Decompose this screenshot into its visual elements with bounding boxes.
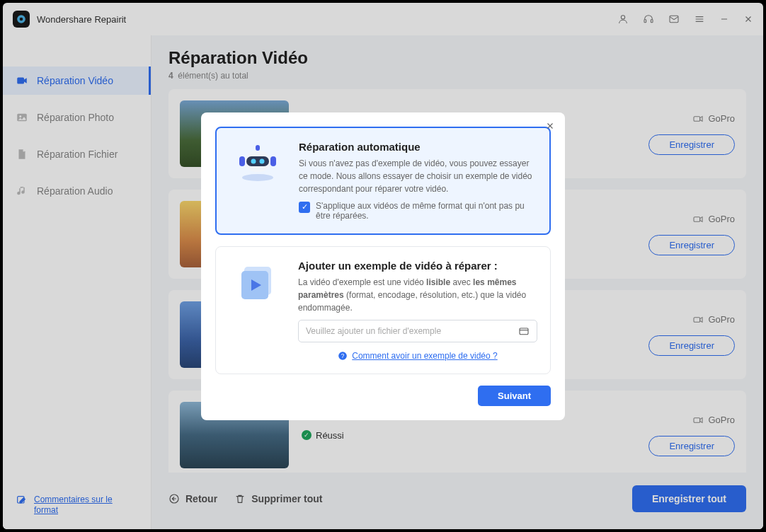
auto-repair-option[interactable]: Réparation automatique Si vous n'avez pa… bbox=[215, 127, 551, 235]
next-button[interactable]: Suivant bbox=[478, 386, 551, 406]
auto-repair-title: Réparation automatique bbox=[299, 141, 537, 153]
checkbox-label: S'applique aux vidéos de même format qui… bbox=[316, 201, 537, 221]
svg-point-15 bbox=[242, 174, 273, 181]
svg-text:?: ? bbox=[341, 352, 345, 359]
sample-file-input[interactable]: Veuillez ajouter un fichier d'exemple bbox=[298, 320, 537, 342]
auto-repair-text: Si vous n'avez pas d'exemple de vidéo, v… bbox=[299, 157, 537, 195]
sample-text: La vidéo d'exemple est une vidéo lisible… bbox=[298, 276, 537, 314]
folder-icon[interactable] bbox=[518, 325, 530, 337]
svg-point-18 bbox=[251, 158, 256, 163]
auto-repair-checkbox-row[interactable]: ✓ S'applique aux vidéos de même format q… bbox=[299, 201, 537, 221]
sample-title: Ajouter un exemple de vidéo à réparer : bbox=[298, 260, 537, 272]
svg-rect-21 bbox=[270, 156, 276, 166]
sample-placeholder: Veuillez ajouter un fichier d'exemple bbox=[306, 326, 518, 336]
help-link[interactable]: Comment avoir un exemple de vidéo ? bbox=[352, 351, 497, 361]
video-file-icon bbox=[229, 260, 285, 361]
help-icon: ? bbox=[338, 351, 348, 361]
help-row: ? Comment avoir un exemple de vidéo ? bbox=[298, 351, 537, 361]
modal-footer: Suivant bbox=[215, 386, 551, 406]
svg-rect-26 bbox=[520, 328, 528, 335]
svg-rect-20 bbox=[239, 156, 245, 166]
svg-rect-22 bbox=[256, 145, 260, 151]
modal-overlay: Réparation automatique Si vous n'avez pa… bbox=[3, 3, 763, 529]
modal-close-button[interactable] bbox=[545, 121, 555, 131]
checkbox-checked-icon[interactable]: ✓ bbox=[299, 202, 310, 213]
sample-video-option[interactable]: Ajouter un exemple de vidéo à réparer : … bbox=[215, 246, 551, 374]
robot-icon bbox=[229, 141, 286, 221]
app-window: Wondershare Repairit Réparation Vidéo Ré… bbox=[3, 3, 763, 529]
svg-point-19 bbox=[260, 158, 265, 163]
svg-rect-17 bbox=[246, 156, 269, 166]
repair-modal: Réparation automatique Si vous n'avez pa… bbox=[201, 112, 565, 420]
